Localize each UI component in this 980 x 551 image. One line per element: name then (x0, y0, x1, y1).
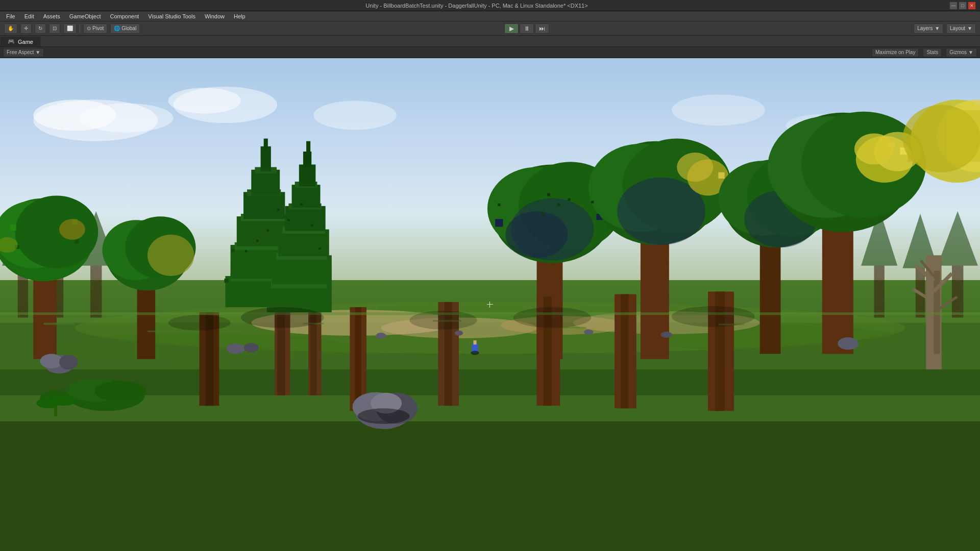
svg-rect-68 (10, 224, 16, 230)
scale-tool-button[interactable]: ⊡ (49, 23, 60, 34)
svg-rect-175 (498, 204, 500, 206)
svg-rect-47 (232, 249, 235, 252)
main-toolbar: ✋ ✛ ↻ ⊡ ⬜ ⊙ Pivot 🌐 Global ▶ ⏸ ⏭ Layers … (0, 21, 980, 36)
svg-rect-71 (75, 240, 79, 244)
menu-gameobject[interactable]: GameObject (65, 12, 105, 20)
svg-rect-43 (261, 146, 271, 171)
svg-rect-167 (256, 240, 258, 242)
rect-icon: ⬜ (67, 26, 73, 31)
svg-rect-131 (621, 294, 628, 409)
svg-point-149 (226, 343, 245, 354)
svg-marker-30 (938, 211, 978, 266)
free-aspect-arrow-icon: ▼ (35, 49, 40, 55)
svg-rect-171 (547, 193, 550, 196)
svg-point-140 (53, 395, 76, 406)
rotate-tool-button[interactable]: ↻ (35, 23, 46, 34)
close-button[interactable]: ✕ (968, 2, 976, 10)
menu-assets[interactable]: Assets (39, 12, 64, 20)
maximize-button[interactable]: □ (959, 2, 967, 10)
svg-rect-11 (0, 421, 980, 551)
stats-button[interactable]: Stats (923, 48, 942, 57)
free-aspect-dropdown[interactable]: Free Aspect ▼ (3, 48, 44, 57)
svg-rect-85 (495, 219, 503, 227)
layers-dropdown[interactable]: Layers ▼ (914, 23, 943, 34)
move-tool-button[interactable]: ✛ (20, 23, 32, 34)
maximize-on-play-button[interactable]: Maximize on Play (872, 48, 919, 57)
menu-window[interactable]: Window (201, 12, 229, 20)
svg-rect-10 (0, 369, 980, 395)
svg-point-182 (168, 315, 231, 331)
layout-arrow-icon: ▼ (967, 26, 972, 31)
menu-visualstudiotools[interactable]: Visual Studio Tools (144, 12, 200, 20)
svg-point-154 (471, 350, 479, 355)
minimize-button[interactable]: — (949, 2, 958, 10)
step-button[interactable]: ⏭ (535, 23, 549, 34)
svg-point-78 (148, 235, 194, 276)
svg-point-4 (168, 88, 241, 114)
play-button[interactable]: ▶ (504, 23, 519, 34)
game-viewport[interactable] (0, 58, 980, 551)
maximize-on-play-label: Maximize on Play (875, 49, 915, 55)
play-controls: ▶ ⏸ ⏭ (504, 23, 549, 34)
svg-rect-166 (301, 204, 303, 206)
stats-label: Stats (926, 49, 938, 55)
title-bar: Unity - BillboardBatchTest.unity - Dagge… (0, 0, 980, 11)
game-tab-icon: 🎮 (8, 38, 15, 45)
svg-rect-162 (874, 328, 895, 330)
svg-rect-176 (591, 201, 594, 204)
svg-rect-59 (292, 185, 321, 208)
menu-component[interactable]: Component (106, 12, 143, 20)
svg-rect-153 (473, 340, 476, 344)
menu-edit[interactable]: Edit (20, 12, 38, 20)
game-tab-label: Game (18, 39, 33, 45)
scale-icon: ⊡ (53, 26, 57, 31)
pause-button[interactable]: ⏸ (520, 23, 534, 34)
title-text: Unity - BillboardBatchTest.unity - Dagge… (4, 3, 949, 9)
scene-svg (0, 58, 980, 551)
pivot-label: Pivot (92, 26, 104, 31)
svg-point-185 (672, 306, 755, 327)
layout-dropdown[interactable]: Layout ▼ (946, 23, 976, 34)
svg-rect-45 (224, 279, 228, 283)
tab-game[interactable]: 🎮 Game (0, 36, 41, 46)
menu-help[interactable]: Help (230, 12, 250, 20)
pivot-button[interactable]: ⊙ Pivot (83, 23, 107, 34)
svg-rect-156 (44, 323, 75, 325)
svg-rect-155 (0, 312, 980, 315)
svg-point-179 (584, 330, 593, 335)
svg-rect-172 (557, 204, 560, 206)
gizmos-dropdown[interactable]: Gizmos ▼ (946, 48, 977, 57)
svg-point-181 (241, 307, 324, 328)
rect-tool-button[interactable]: ⬜ (63, 23, 77, 34)
game-toolbar: Free Aspect ▼ Maximize on Play Stats Giz… (0, 47, 980, 58)
svg-point-6 (672, 94, 765, 126)
svg-point-5 (313, 101, 397, 130)
gizmos-arrow-icon: ▼ (968, 49, 973, 55)
svg-rect-170 (318, 247, 321, 249)
svg-point-180 (661, 332, 672, 338)
svg-point-93 (677, 153, 713, 182)
global-button[interactable]: 🌐 Global (110, 23, 140, 34)
global-icon: 🌐 (114, 26, 120, 31)
svg-point-151 (838, 337, 859, 349)
svg-rect-174 (568, 198, 571, 201)
svg-rect-169 (245, 250, 247, 252)
global-label: Global (121, 26, 136, 31)
hand-tool-button[interactable]: ✋ (4, 23, 17, 34)
svg-rect-173 (542, 214, 545, 216)
toolbar-sep-1 (80, 24, 80, 33)
svg-point-2 (80, 103, 174, 132)
svg-rect-44 (264, 139, 268, 150)
svg-rect-117 (890, 142, 895, 147)
svg-point-72 (59, 219, 85, 240)
svg-rect-163 (277, 209, 279, 211)
svg-point-67 (15, 195, 99, 268)
svg-rect-29 (952, 258, 963, 317)
svg-point-136 (94, 381, 146, 402)
move-icon: ✛ (24, 26, 28, 31)
svg-rect-41 (251, 170, 280, 196)
svg-point-114 (854, 133, 894, 164)
window-controls: — □ ✕ (949, 2, 976, 10)
layout-label: Layout (950, 26, 965, 31)
menu-file[interactable]: File (2, 12, 19, 20)
